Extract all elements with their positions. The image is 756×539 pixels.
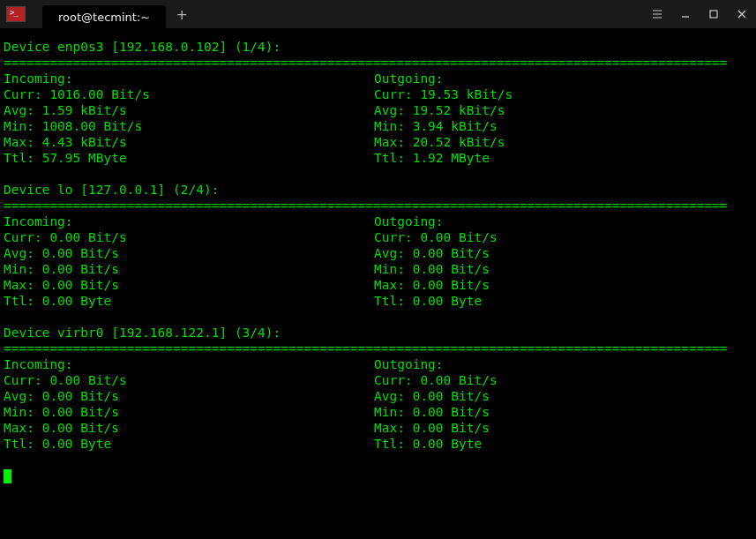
stat-out-min: Min: 3.94 kBit/s (374, 118, 752, 134)
stat-out-ttl: Ttl: 0.00 Byte (374, 293, 752, 309)
outgoing-label: Outgoing: (374, 356, 752, 372)
outgoing-label: Outgoing: (374, 213, 752, 229)
stat-out-min: Min: 0.00 Bit/s (374, 261, 752, 277)
tab-label: root@tecmint:~ (58, 11, 150, 24)
stat-in-avg: Avg: 1.59 kBit/s (4, 102, 374, 118)
menu-button[interactable] (643, 0, 671, 28)
minimize-icon (680, 9, 691, 19)
stat-out-max: Max: 0.00 Bit/s (374, 277, 752, 293)
svg-rect-0 (710, 11, 717, 18)
terminal-cursor (4, 469, 11, 483)
stat-in-min: Min: 1008.00 Bit/s (4, 118, 374, 134)
tab-active[interactable]: root@tecmint:~ (42, 5, 166, 28)
device-header: Device enp0s3 [192.168.0.102] (1/4): (4, 39, 752, 55)
divider-line: ========================================… (4, 55, 752, 71)
maximize-icon (708, 9, 719, 19)
stat-in-ttl: Ttl: 57.95 MByte (4, 150, 374, 166)
outgoing-label: Outgoing: (374, 71, 752, 86)
minimize-button[interactable] (671, 0, 700, 28)
stat-out-avg: Avg: 19.52 kBit/s (374, 102, 752, 118)
device-header: Device virbr0 [192.168.122.1] (3/4): (4, 325, 752, 341)
stat-in-min: Min: 0.00 Bit/s (4, 261, 374, 277)
incoming-label: Incoming: (4, 213, 374, 229)
incoming-label: Incoming: (4, 356, 374, 372)
stat-out-avg: Avg: 0.00 Bit/s (374, 245, 752, 261)
new-tab-button[interactable]: + (169, 3, 194, 26)
stat-in-ttl: Ttl: 0.00 Byte (4, 436, 374, 452)
stat-in-avg: Avg: 0.00 Bit/s (4, 388, 374, 404)
stat-in-ttl: Ttl: 0.00 Byte (4, 293, 374, 309)
stat-out-avg: Avg: 0.00 Bit/s (374, 388, 752, 404)
stat-in-max: Max: 4.43 kBit/s (4, 134, 374, 150)
stat-in-max: Max: 0.00 Bit/s (4, 420, 374, 436)
titlebar-left: root@tecmint:~ + (0, 0, 194, 28)
stat-out-ttl: Ttl: 1.92 MByte (374, 150, 752, 166)
close-button[interactable] (728, 0, 756, 28)
incoming-label: Incoming: (4, 71, 374, 86)
cursor-line (4, 468, 752, 483)
device-header: Device lo [127.0.0.1] (2/4): (4, 182, 752, 198)
titlebar[interactable]: root@tecmint:~ + (0, 0, 756, 28)
stat-in-curr: Curr: 0.00 Bit/s (4, 229, 374, 245)
stat-out-curr: Curr: 19.53 kBit/s (374, 86, 752, 102)
maximize-button[interactable] (700, 0, 728, 28)
titlebar-right (643, 0, 756, 28)
stat-in-curr: Curr: 0.00 Bit/s (4, 372, 374, 388)
divider-line: ========================================… (4, 341, 752, 356)
stat-in-max: Max: 0.00 Bit/s (4, 277, 374, 293)
stat-out-curr: Curr: 0.00 Bit/s (374, 229, 752, 245)
stat-out-max: Max: 0.00 Bit/s (374, 420, 752, 436)
blank-line (4, 166, 752, 182)
close-icon (737, 9, 747, 19)
plus-icon: + (176, 6, 188, 23)
stat-in-curr: Curr: 1016.00 Bit/s (4, 86, 374, 102)
hamburger-icon (652, 9, 662, 19)
blank-line (4, 452, 752, 468)
stat-out-max: Max: 20.52 kBit/s (374, 134, 752, 150)
divider-line: ========================================… (4, 198, 752, 213)
terminal-app-icon (2, 2, 30, 26)
stat-in-avg: Avg: 0.00 Bit/s (4, 245, 374, 261)
stat-in-min: Min: 0.00 Bit/s (4, 404, 374, 420)
terminal-output[interactable]: Device enp0s3 [192.168.0.102] (1/4): ===… (0, 28, 756, 487)
stat-out-ttl: Ttl: 0.00 Byte (374, 436, 752, 452)
stat-out-curr: Curr: 0.00 Bit/s (374, 372, 752, 388)
stat-out-min: Min: 0.00 Bit/s (374, 404, 752, 420)
blank-line (4, 309, 752, 325)
